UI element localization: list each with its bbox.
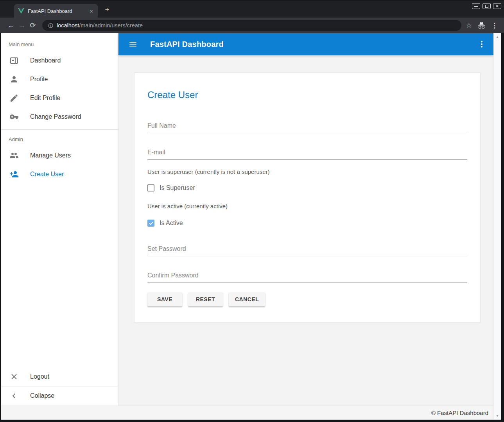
url-path: /main/admin/users/create xyxy=(79,22,143,29)
main-area: FastAPI Dashboard Create User User is su… xyxy=(118,33,493,406)
is-superuser-checkbox[interactable] xyxy=(147,184,154,191)
window-minimize-button[interactable] xyxy=(472,3,480,9)
back-icon[interactable]: ← xyxy=(5,20,16,31)
main-content: Create User User is superuser (currently… xyxy=(118,55,493,406)
close-window-icon: ✕ xyxy=(495,4,499,8)
toolbar-actions: ☆ ⋮ xyxy=(466,21,500,30)
sidebar-item-label: Change Password xyxy=(30,113,81,120)
sidebar-item-label: Manage Users xyxy=(30,152,71,159)
confirm-password-input[interactable] xyxy=(147,272,467,283)
window-close-button[interactable]: ✕ xyxy=(493,3,501,9)
scroll-down-icon[interactable]: ▼ xyxy=(496,412,499,420)
sidebar-item-logout[interactable]: Logout xyxy=(1,367,118,386)
dashboard-icon xyxy=(9,56,19,65)
browser-titlebar: FastAPI Dashboard × + ✕ xyxy=(0,0,504,18)
browser-toolbar: ← → ⟳ localhost/main/admin/users/create … xyxy=(0,18,504,33)
reset-button[interactable]: RESET xyxy=(188,292,223,306)
person-icon xyxy=(9,75,19,84)
pencil-icon xyxy=(9,93,19,103)
reload-icon[interactable]: ⟳ xyxy=(27,20,38,31)
superuser-hint: User is superuser (currently is not a su… xyxy=(147,168,467,175)
email-field-wrap xyxy=(147,149,467,160)
appbar-menu-icon[interactable] xyxy=(477,39,486,49)
sidebar-item-create-user[interactable]: Create User xyxy=(1,165,118,184)
vue-logo-icon xyxy=(18,8,24,14)
is-active-label: Is Active xyxy=(160,220,183,227)
sidebar-item-label: Dashboard xyxy=(30,57,61,64)
tab-close-icon[interactable]: × xyxy=(88,7,95,15)
page-title: Create User xyxy=(147,89,467,100)
incognito-icon xyxy=(477,21,486,30)
scroll-up-icon[interactable]: ▲ xyxy=(496,33,499,41)
check-icon xyxy=(149,221,154,226)
save-button[interactable]: SAVE xyxy=(147,292,182,306)
sidebar-item-manage-users[interactable]: Manage Users xyxy=(1,146,118,165)
is-active-checkbox[interactable] xyxy=(147,220,154,227)
full-name-field-wrap xyxy=(147,122,467,133)
sidebar-item-profile[interactable]: Profile xyxy=(1,70,118,89)
sidebar-item-label: Collapse xyxy=(30,392,54,399)
active-hint: User is active (currently active) xyxy=(147,203,467,209)
bookmark-star-icon[interactable]: ☆ xyxy=(466,21,472,30)
sidebar-item-label: Create User xyxy=(30,171,64,178)
app-bar: FastAPI Dashboard xyxy=(118,33,493,55)
close-icon xyxy=(9,372,19,381)
sidebar-section-admin: Admin xyxy=(1,130,118,146)
maximize-icon xyxy=(485,5,488,8)
sidebar-item-label: Logout xyxy=(30,373,49,380)
email-input[interactable] xyxy=(147,149,467,160)
superuser-checkbox-row: Is Superuser xyxy=(147,184,467,191)
set-password-field-wrap xyxy=(147,245,467,256)
confirm-password-field-wrap xyxy=(147,272,467,283)
url-bar[interactable]: localhost/main/admin/users/create xyxy=(42,20,461,31)
people-icon xyxy=(9,151,19,160)
appbar-title: FastAPI Dashboard xyxy=(150,40,224,49)
browser-menu-icon[interactable]: ⋮ xyxy=(491,21,498,30)
window-maximize-button[interactable] xyxy=(482,3,491,9)
url-text: localhost/main/admin/users/create xyxy=(57,22,143,29)
sidebar-item-change-password[interactable]: Change Password xyxy=(1,107,118,126)
sidebar-item-collapse[interactable]: Collapse xyxy=(1,386,118,405)
copyright-text: © FastAPI Dashboard xyxy=(431,409,488,416)
new-tab-button[interactable]: + xyxy=(102,5,112,14)
form-actions: SAVE RESET CANCEL xyxy=(147,292,467,306)
forward-icon[interactable]: → xyxy=(16,20,27,31)
sidebar: Main menu Dashboard Profile xyxy=(1,33,118,406)
tab-title: FastAPI Dashboard xyxy=(28,8,88,14)
page-footer: © FastAPI Dashboard xyxy=(1,406,493,420)
window-controls: ✕ xyxy=(472,3,501,9)
url-host: localhost xyxy=(57,22,79,29)
sidebar-section-main-menu: Main menu xyxy=(1,33,118,51)
browser-tab[interactable]: FastAPI Dashboard × xyxy=(14,4,98,18)
person-add-icon xyxy=(9,170,19,179)
full-name-input[interactable] xyxy=(147,122,467,133)
sidebar-item-label: Profile xyxy=(30,76,48,83)
chevron-left-icon xyxy=(9,391,19,401)
sidebar-item-dashboard[interactable]: Dashboard xyxy=(1,51,118,70)
active-checkbox-row: Is Active xyxy=(147,220,467,227)
create-user-card: Create User User is superuser (currently… xyxy=(134,72,481,323)
cancel-button[interactable]: CANCEL xyxy=(229,292,265,306)
is-superuser-label: Is Superuser xyxy=(160,184,195,191)
set-password-input[interactable] xyxy=(147,245,467,256)
hamburger-menu-icon[interactable] xyxy=(128,39,138,49)
key-icon xyxy=(9,112,19,122)
page-info-icon[interactable] xyxy=(48,23,54,29)
vertical-scrollbar[interactable]: ▲ ▼ xyxy=(493,33,501,420)
sidebar-item-label: Edit Profile xyxy=(30,95,60,102)
page-viewport: Main menu Dashboard Profile xyxy=(1,33,493,420)
sidebar-item-edit-profile[interactable]: Edit Profile xyxy=(1,89,118,107)
minimize-icon xyxy=(474,6,478,7)
